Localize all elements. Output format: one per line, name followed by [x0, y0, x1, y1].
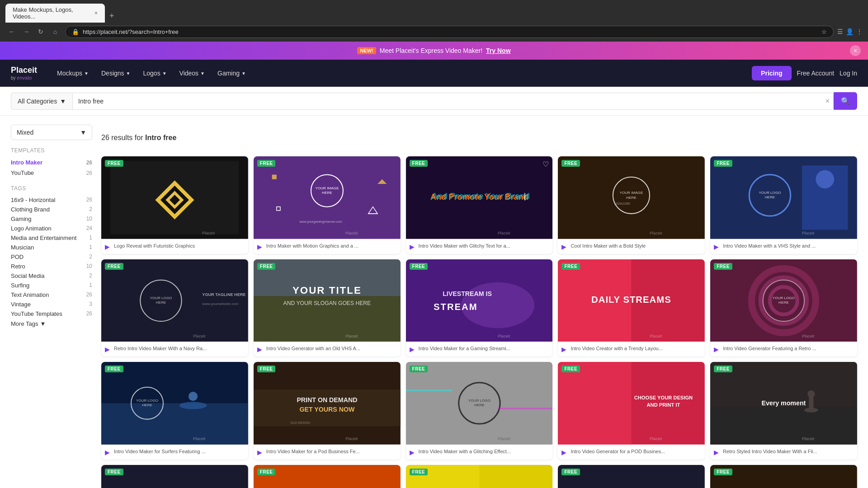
svg-point-67 — [179, 402, 207, 409]
card-11-badge: FREE — [105, 366, 123, 372]
card-18[interactable]: Placeit FREE — [406, 465, 553, 488]
tag-social-media[interactable]: Social Media 2 — [11, 271, 92, 281]
card-13-thumbnail: YOUR LOGO HERE Placeit — [406, 362, 553, 445]
category-select[interactable]: All Categories ▼ — [11, 93, 72, 110]
lock-icon: 🔒 — [72, 28, 79, 35]
active-tab[interactable]: Make Mockups, Logos, Videos... × — [5, 4, 105, 23]
svg-text:Every moment: Every moment — [762, 400, 806, 407]
tag-gaming[interactable]: Gaming 10 — [11, 214, 92, 224]
search-button[interactable]: 🔍 — [834, 92, 857, 110]
card-9-badge: FREE — [561, 263, 580, 270]
card-10[interactable]: YOUR LOGO HERE Placeit FREE ▶ Intro Vide… — [710, 259, 857, 357]
card-7[interactable]: YOUR TITLE AND YOUR SLOGAN GOES HERE Pla… — [254, 259, 401, 357]
tag-pod[interactable]: POD 2 — [11, 252, 92, 262]
card-14[interactable]: CHOOSE YOUR DESIGN AND PRINT IT Placeit … — [558, 362, 705, 460]
card-15-title: Retro Styled Intro Video Maker With a Fi… — [723, 448, 817, 455]
logo: Placeit by envato — [11, 66, 37, 80]
card-4-thumbnail: YOUR IMAGE HERE 868x488 Placeit — [558, 156, 705, 239]
banner-cta[interactable]: Try Now — [486, 47, 510, 54]
tag-text-animation[interactable]: Text Animation 26 — [11, 290, 92, 300]
home-button[interactable]: ⌂ — [49, 25, 61, 38]
nav-designs[interactable]: Designs ▼ — [96, 66, 136, 80]
card-3-heart[interactable]: ♡ — [542, 160, 549, 169]
card-17[interactable]: Placeit FREE — [254, 465, 401, 488]
card-9[interactable]: DAILY STREAMS Placeit FREE ▶ Intro Video… — [558, 259, 705, 357]
card-20[interactable]: Placeit FREE — [710, 465, 857, 488]
banner-close-button[interactable]: × — [850, 45, 861, 56]
back-button[interactable]: ← — [5, 25, 18, 38]
url-input[interactable] — [83, 28, 818, 35]
profile-icon[interactable]: 👤 — [846, 28, 854, 35]
card-13[interactable]: YOUR LOGO HERE Placeit FREE ▶ Intro Vide… — [406, 362, 553, 460]
svg-rect-66 — [101, 404, 248, 445]
card-1[interactable]: Placeit FREE ▶ Logo Reveal with Futurist… — [101, 156, 248, 254]
card-5-title: Intro Video Maker with a VHS Style and .… — [723, 243, 816, 249]
card-16[interactable]: Placeit FREE — [101, 465, 248, 488]
card-12-info: ▶ Intro Video Maker for a Pod Business F… — [254, 445, 401, 460]
card-2-thumbnail: YOUR IMAGE HERE www.yourgamingchannel.co… — [254, 156, 401, 239]
card-14-badge: FREE — [561, 366, 580, 372]
card-19[interactable]: Placeit FREE — [558, 465, 705, 488]
tag-vintage[interactable]: Vintage 3 — [11, 300, 92, 309]
tag-media-entertainment[interactable]: Media and Entertainment 1 — [11, 233, 92, 243]
card-2[interactable]: YOUR IMAGE HERE www.yourgamingchannel.co… — [254, 156, 401, 254]
card-13-info: ▶ Intro Video Maker with a Glitching Eff… — [406, 445, 553, 460]
star-icon[interactable]: ☆ — [821, 28, 827, 35]
card-13-play-icon: ▶ — [410, 449, 416, 456]
pricing-button[interactable]: Pricing — [752, 66, 791, 80]
new-tab-button[interactable]: + — [106, 9, 118, 23]
search-clear-button[interactable]: × — [822, 97, 833, 105]
card-12[interactable]: PRINT ON DEMAND GET YOURS NOW OLD DESIGN… — [254, 362, 401, 460]
tag-16x9[interactable]: 16x9 - Horizontal 26 — [11, 195, 92, 205]
search-input[interactable] — [73, 93, 822, 109]
tag-surfing[interactable]: Surfing 1 — [11, 281, 92, 290]
card-15-thumbnail: Every moment Placeit — [710, 362, 857, 445]
svg-rect-11 — [272, 175, 276, 179]
nav-mockups[interactable]: Mockups ▼ — [52, 66, 94, 80]
card-6[interactable]: YOUR LOGO HERE YOUR TAGLINE HERE www.you… — [101, 259, 248, 357]
card-3-thumbnail: And Promote Your Brand And Promote Your … — [406, 156, 553, 239]
sidebar-item-youtube[interactable]: YouTube 26 — [11, 168, 92, 178]
card-5[interactable]: YOUR LOGO HERE Placeit FREE ▶ Intro Vide… — [710, 156, 857, 254]
card-15[interactable]: Every moment Placeit FREE ▶ Retro Styled… — [710, 362, 857, 460]
refresh-button[interactable]: ↻ — [34, 25, 47, 38]
svg-rect-85 — [498, 408, 553, 409]
sort-select[interactable]: Mixed ▼ — [11, 125, 92, 140]
sort-chevron-icon: ▼ — [80, 129, 86, 136]
card-5-play-icon: ▶ — [714, 243, 720, 250]
youtube-label: YouTube — [11, 169, 34, 176]
card-11[interactable]: YOUR LOGO HERE Placeit FREE ▶ Intro Vide… — [101, 362, 248, 460]
card-11-title: Intro Video Maker for Surfers Featuring … — [114, 448, 206, 455]
card-8[interactable]: LIVESTREAM IS STREAM Placeit FREE ▶ Intr… — [406, 259, 553, 357]
svg-text:YOUR IMAGE: YOUR IMAGE — [620, 191, 643, 195]
tag-logo-animation[interactable]: Logo Animation 24 — [11, 224, 92, 233]
tag-youtube-templates[interactable]: YouTube Templates 26 — [11, 309, 92, 319]
card-3-info: ▶ Intro Video Maker with Glitchy Text fo… — [406, 239, 553, 254]
results-grid: Placeit FREE ▶ Logo Reveal with Futurist… — [101, 156, 857, 460]
login-button[interactable]: Log In — [840, 70, 857, 77]
tag-musician[interactable]: Musician 1 — [11, 243, 92, 252]
content-header: 26 results for Intro free — [101, 125, 857, 149]
card-3[interactable]: And Promote Your Brand And Promote Your … — [406, 156, 553, 254]
address-bar[interactable]: 🔒 ☆ — [65, 26, 834, 38]
more-tags-button[interactable]: More Tags ▼ — [11, 320, 92, 327]
sort-section: Mixed ▼ — [11, 125, 92, 140]
banner-new-label: NEW! — [357, 47, 376, 54]
sidebar-item-intro-maker[interactable]: Intro Maker 26 — [11, 157, 92, 168]
nav-logos[interactable]: Logos ▼ — [137, 66, 172, 80]
card-6-badge: FREE — [105, 263, 123, 270]
card-4[interactable]: YOUR IMAGE HERE 868x488 Placeit FREE ▶… — [558, 156, 705, 254]
svg-text:PRINT ON DEMAND: PRINT ON DEMAND — [297, 397, 357, 404]
tag-clothing-brand[interactable]: Clothing Brand 2 — [11, 205, 92, 214]
menu-icon[interactable]: ⋮ — [856, 28, 863, 35]
svg-text:Placeit: Placeit — [802, 333, 815, 338]
extensions-icon[interactable]: ☰ — [837, 28, 843, 35]
close-tab-button[interactable]: × — [94, 10, 98, 16]
nav-videos[interactable]: Videos ▼ — [174, 66, 210, 80]
tag-retro[interactable]: Retro 10 — [11, 262, 92, 271]
card-20-badge: FREE — [714, 469, 732, 475]
free-account-button[interactable]: Free Account — [797, 70, 835, 77]
nav-gaming[interactable]: Gaming ▼ — [212, 66, 251, 80]
forward-button[interactable]: → — [20, 25, 33, 38]
svg-text:STREAM: STREAM — [433, 301, 477, 311]
